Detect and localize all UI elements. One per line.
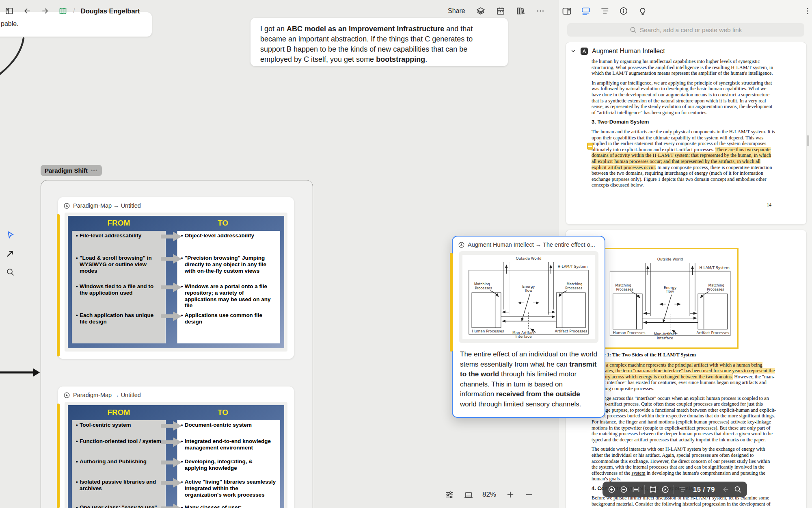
compass-icon [64, 203, 70, 209]
pdf-figure-highlighted[interactable]: Outside World H-LAM/T System Energy flow… [602, 248, 739, 349]
pdf-zoom-in-button[interactable] [608, 486, 615, 493]
to-label: TO [166, 408, 280, 417]
overflow-menu-button[interactable] [803, 7, 812, 15]
search-icon [630, 26, 637, 33]
abc-model-card[interactable]: I got an ABC model as an improvement inf… [251, 18, 508, 66]
paradigm-row: "Load & scroll browsing" in WYSIWYG or o… [72, 253, 280, 282]
sidebar-toggle-button[interactable] [5, 7, 14, 15]
sidebar-view-controls [562, 0, 647, 22]
more-button[interactable] [536, 7, 545, 15]
pdf-page-number: 14 [767, 202, 772, 207]
app-window: pable. I got an ABC model as an improvem… [0, 0, 812, 508]
pdf-fit-width-button[interactable] [632, 486, 640, 493]
paradigm-card-2[interactable]: Paradigm-Map → Untitled FROM TO Tool-cen… [58, 386, 294, 508]
paradigm-card-1[interactable]: Paradigm-Map → Untitled FROM TO File-lev… [58, 197, 294, 359]
search-input[interactable]: Search, add a card or paste web link [567, 23, 804, 37]
forward-button[interactable] [41, 7, 50, 15]
zoom-tool[interactable] [6, 268, 14, 276]
floating-card-selected[interactable]: Augment Human Intellect → The entire eff… [452, 236, 605, 418]
pdf-prev-page-button[interactable] [722, 486, 730, 493]
pdf-file-icon [580, 47, 588, 55]
pdf-title[interactable]: Augment Human Intellect [592, 48, 665, 55]
image-highlight-bar [57, 404, 60, 508]
map-icon[interactable] [58, 7, 67, 15]
card-view-button-active[interactable] [581, 7, 590, 15]
layers-icon[interactable] [476, 7, 485, 15]
paradigm-row: Windows tied to a file and to the applic… [72, 282, 280, 310]
svg-text:Processes: Processes [707, 287, 724, 291]
pdf-page-indicator: 15 / 79 [693, 486, 715, 493]
table-body: Tool-centric systemDocument-centric syst… [68, 420, 284, 508]
from-label: FROM [72, 408, 166, 417]
paradigm-image: FROM TO Tool-centric systemDocument-cent… [65, 402, 287, 508]
from-label: FROM [72, 219, 166, 228]
toolbar-divider [674, 485, 674, 494]
from-cell: Function-oriented tool / system [72, 436, 166, 457]
card-title: Augment Human Intellect → The entire eff… [468, 241, 595, 248]
highlight-marker-icon[interactable] [587, 143, 593, 150]
svg-text:Outside World: Outside World [657, 257, 683, 261]
from-cell: File-level addressability [72, 231, 166, 253]
pdf-figure-caption: Figure 1: The Two Sides of the H-LAM/T S… [592, 352, 776, 358]
paradigm-row: File-level addressabilityObject-level ad… [72, 231, 280, 253]
image-highlight-bar [450, 253, 453, 352]
from-cell: Authoring and Publishing [72, 457, 166, 477]
canvas-bottom-toolbar: 82% [445, 490, 533, 499]
select-tool[interactable] [6, 231, 15, 239]
to-cell: Applications use common file design [177, 310, 280, 343]
display-settings-icon[interactable] [445, 490, 454, 499]
library-icon[interactable] [516, 7, 525, 15]
card-header: Augment Human Intellect → The entire eff… [453, 237, 605, 250]
section-label-pill[interactable]: Paradigm Shift ••• [41, 165, 102, 176]
to-cell: Document-centric system [177, 420, 280, 436]
svg-text:Processes: Processes [475, 286, 492, 290]
to-label: TO [166, 219, 280, 228]
info-button[interactable] [619, 7, 628, 15]
back-button[interactable] [23, 7, 32, 15]
calendar-icon[interactable] [496, 7, 505, 15]
table-body: File-level addressabilityObject-level ad… [68, 231, 284, 347]
compass-icon [64, 392, 70, 398]
pdf-zoom-out-button[interactable] [620, 486, 628, 493]
card-title: Paradigm-Map → Untitled [73, 392, 141, 398]
from-cell: Windows tied to a file and to the applic… [72, 282, 166, 310]
pdf-outline-button[interactable] [678, 486, 686, 493]
search-placeholder: Search, add a card or paste web link [640, 26, 742, 34]
share-button[interactable]: Share [448, 7, 465, 15]
paradigm-row: One user class: "easy to use"Many classe… [72, 503, 280, 508]
pdf-locate-card-button[interactable] [661, 486, 669, 493]
to-cell: Developing, integrating, & applying know… [177, 457, 280, 477]
arrow-tool[interactable] [6, 250, 14, 257]
paradigm-image: FROM TO File-level addressabilityObject-… [65, 213, 287, 352]
to-cell: Object-level addressability [177, 231, 280, 253]
connector-arc [0, 37, 26, 76]
pdf-paragraph: Before we pursue further direct discussi… [592, 495, 776, 508]
zoom-in-button[interactable] [506, 490, 515, 499]
zoom-out-button[interactable] [525, 490, 533, 499]
to-cell: Windows are a portal onto a file reposit… [177, 282, 280, 310]
from-cell: "Load & scroll browsing" in WYSIWYG or o… [72, 253, 166, 282]
connector-arrow [0, 367, 40, 378]
from-cell: Each application has unique file design [72, 310, 166, 343]
section-menu-button[interactable]: ••• [91, 168, 98, 174]
pdf-paragraph: The outside world interacts with our H-L… [592, 446, 776, 482]
pdf-paragraph: Exchange across this "interface" occurs … [592, 395, 776, 443]
svg-text:Processes: Processes [565, 286, 582, 290]
right-panel-toggle-button[interactable] [562, 7, 571, 15]
sidebar-scrollbar[interactable] [807, 135, 809, 146]
pdf-panel-1[interactable]: Augment Human Intellect the human by org… [566, 42, 807, 225]
svg-text:Interface: Interface [515, 334, 532, 339]
outline-view-button[interactable] [600, 7, 609, 15]
pdf-search-button[interactable] [734, 486, 742, 493]
to-cell: "Precision browsing" Jumping directly to… [177, 253, 280, 282]
paradigm-row: Isolated passive libraries and archivesA… [72, 477, 280, 503]
chevron-down-icon[interactable] [570, 48, 577, 54]
present-icon[interactable] [464, 490, 473, 499]
svg-text:Man-Artifact: Man-Artifact [654, 332, 676, 336]
pdf-frame-select-button[interactable] [649, 486, 657, 493]
pdf-section-heading: 3. Two-Domain System [592, 119, 776, 125]
bulb-icon[interactable] [638, 7, 647, 15]
toolbar-divider [644, 485, 645, 494]
table-header: FROM TO [68, 216, 284, 231]
zoom-level[interactable]: 82% [482, 491, 496, 499]
